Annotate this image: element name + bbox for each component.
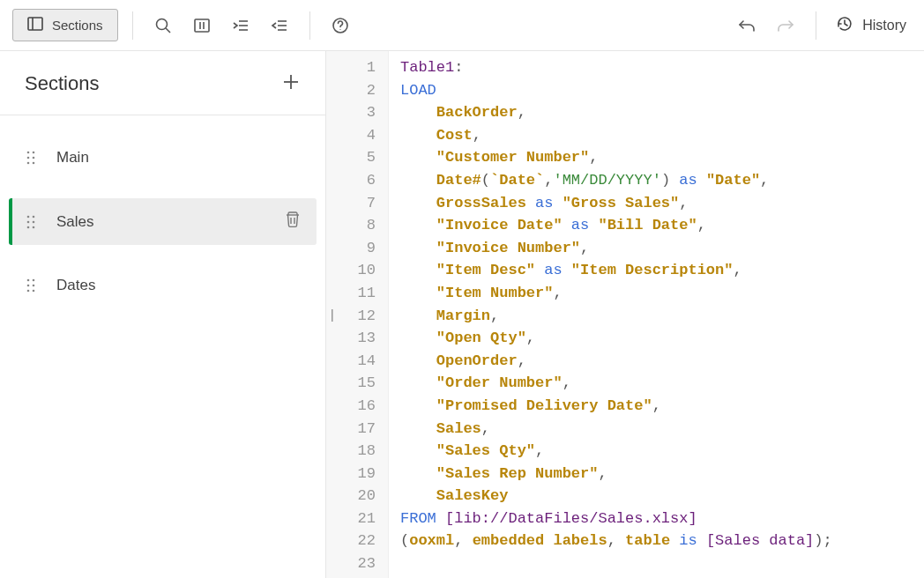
- drag-handle-icon[interactable]: [25, 278, 37, 293]
- sections-sidebar: Sections MainSalesDates ||: [0, 51, 326, 578]
- code-line[interactable]: "Item Number",: [400, 282, 832, 305]
- code-line[interactable]: LOAD: [400, 79, 832, 102]
- code-line[interactable]: Margin,: [400, 305, 832, 328]
- drag-handle-icon[interactable]: [25, 215, 37, 229]
- indent-icon[interactable]: [225, 10, 257, 41]
- code-line[interactable]: "Order Number",: [400, 372, 832, 395]
- sections-header: Sections: [0, 51, 325, 115]
- svg-rect-4: [195, 19, 209, 32]
- code-line[interactable]: "Open Qty",: [400, 327, 832, 350]
- code-line[interactable]: SalesKey: [400, 485, 832, 508]
- svg-point-28: [33, 226, 35, 228]
- svg-point-26: [33, 220, 35, 223]
- code-line[interactable]: Table1:: [400, 56, 832, 79]
- svg-line-3: [166, 28, 170, 33]
- svg-point-32: [33, 279, 35, 282]
- panel-icon: [27, 17, 43, 33]
- redo-icon: [770, 10, 801, 41]
- code-line[interactable]: Cost,: [400, 124, 832, 147]
- sections-toggle-button[interactable]: Sections: [12, 9, 118, 41]
- section-label: Sales: [56, 213, 94, 231]
- toolbar: Sections: [0, 0, 924, 51]
- code-line[interactable]: OpenOrder,: [400, 350, 832, 373]
- outdent-icon[interactable]: [264, 10, 295, 41]
- section-label: Dates: [56, 277, 95, 294]
- code-line[interactable]: "Invoice Number",: [400, 237, 832, 260]
- svg-point-14: [339, 28, 340, 29]
- code-line[interactable]: FROM [lib://DataFiles/Sales.xlsx]: [400, 508, 832, 530]
- history-icon: [836, 15, 853, 36]
- add-section-button[interactable]: [281, 72, 301, 95]
- code-line[interactable]: Date#(`Date`,'MM/DD/YYYY') as "Date",: [400, 169, 832, 192]
- sections-toggle-label: Sections: [52, 18, 103, 33]
- svg-point-19: [27, 157, 30, 159]
- svg-point-22: [33, 162, 35, 165]
- code-line[interactable]: "Item Desc" as "Item Description",: [400, 259, 832, 282]
- history-button[interactable]: History: [831, 10, 912, 41]
- svg-point-36: [33, 290, 35, 293]
- code-area[interactable]: Table1:LOAD BackOrder, Cost, "Customer N…: [388, 51, 832, 578]
- drag-handle-icon[interactable]: [25, 151, 37, 165]
- delete-section-button[interactable]: [285, 211, 301, 233]
- svg-point-25: [27, 220, 30, 223]
- search-icon[interactable]: [147, 10, 179, 41]
- toolbar-divider: [132, 11, 133, 40]
- code-line[interactable]: BackOrder,: [400, 101, 832, 124]
- svg-point-21: [27, 162, 30, 165]
- help-icon[interactable]: [324, 10, 356, 41]
- svg-point-27: [27, 226, 30, 228]
- section-item[interactable]: Dates: [9, 264, 317, 307]
- code-line[interactable]: [400, 552, 832, 575]
- code-line[interactable]: (ooxml, embedded labels, table is [Sales…: [400, 530, 832, 552]
- code-line[interactable]: GrossSales as "Gross Sales",: [400, 192, 832, 215]
- code-line[interactable]: "Invoice Date" as "Bill Date",: [400, 214, 832, 237]
- script-editor[interactable]: 1234567891011121314151617181920212223 Ta…: [326, 51, 924, 578]
- code-line[interactable]: "Sales Qty",: [400, 440, 832, 463]
- comment-toggle-icon[interactable]: [186, 10, 218, 41]
- svg-point-34: [33, 285, 35, 287]
- history-label: History: [862, 18, 906, 33]
- toolbar-divider: [309, 11, 310, 40]
- code-line[interactable]: Sales,: [400, 418, 832, 441]
- section-item[interactable]: Sales: [9, 198, 317, 245]
- svg-point-33: [27, 285, 30, 287]
- svg-point-18: [33, 152, 35, 154]
- sections-list: MainSalesDates: [0, 115, 325, 315]
- svg-point-24: [33, 215, 35, 218]
- svg-point-23: [27, 215, 30, 218]
- toolbar-divider: [816, 11, 816, 40]
- undo-icon[interactable]: [731, 10, 763, 41]
- svg-point-35: [27, 290, 30, 293]
- section-label: Main: [56, 149, 89, 167]
- line-gutter: 1234567891011121314151617181920212223: [326, 51, 388, 578]
- code-line[interactable]: "Promised Delivery Date",: [400, 395, 832, 418]
- sections-title: Sections: [25, 72, 99, 95]
- svg-point-17: [27, 152, 30, 154]
- svg-rect-0: [28, 18, 42, 30]
- section-item[interactable]: Main: [9, 137, 317, 179]
- svg-point-31: [27, 279, 30, 282]
- code-line[interactable]: "Sales Rep Number",: [400, 463, 832, 485]
- content: Sections MainSalesDates || 1234567891011…: [0, 51, 924, 578]
- svg-point-2: [156, 19, 167, 29]
- svg-point-20: [33, 157, 35, 159]
- code-line[interactable]: "Customer Number",: [400, 146, 832, 169]
